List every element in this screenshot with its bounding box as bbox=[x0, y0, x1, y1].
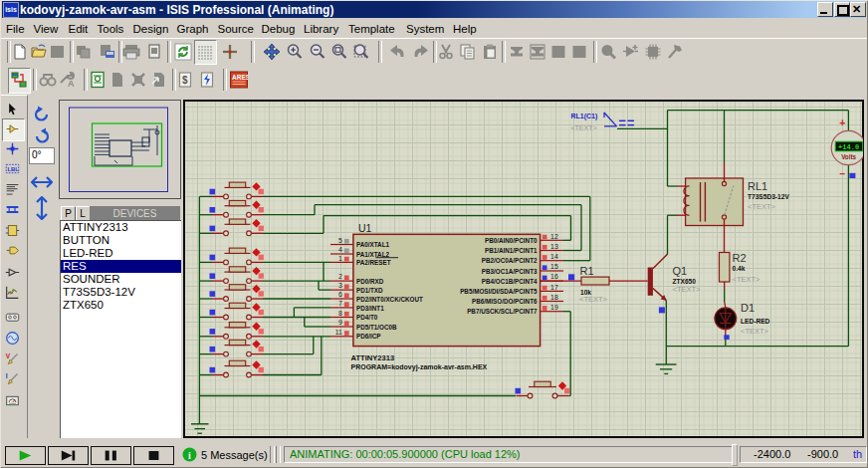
svg-text:D1: D1 bbox=[741, 302, 755, 314]
svg-text:2: 2 bbox=[338, 273, 342, 280]
svg-text:4: 4 bbox=[338, 246, 342, 253]
svg-text:A: A bbox=[68, 79, 75, 89]
svg-text:PD4/T0: PD4/T0 bbox=[356, 314, 378, 321]
svg-text:0.4k: 0.4k bbox=[733, 265, 746, 272]
svg-text:Q1: Q1 bbox=[673, 265, 688, 277]
svg-text:LED-RED: LED-RED bbox=[741, 318, 770, 325]
svg-text:6: 6 bbox=[338, 291, 342, 298]
svg-text:LBL: LBL bbox=[8, 166, 20, 172]
svg-text:<TEXT>: <TEXT> bbox=[748, 202, 776, 211]
svg-text:<TEXT>: <TEXT> bbox=[733, 275, 761, 284]
svg-text:7: 7 bbox=[338, 300, 342, 307]
svg-text:PD3/INT1: PD3/INT1 bbox=[356, 305, 384, 312]
svg-text:PROGRAM=kodovyj-zamok-avr-asm.: PROGRAM=kodovyj-zamok-avr-asm.HEX bbox=[351, 363, 488, 371]
svg-text:ATTINY2313: ATTINY2313 bbox=[351, 353, 395, 362]
svg-text:12: 12 bbox=[550, 233, 558, 240]
svg-text:ZTX650: ZTX650 bbox=[673, 278, 697, 285]
svg-text:RL1: RL1 bbox=[748, 180, 767, 192]
svg-text:14: 14 bbox=[550, 253, 558, 260]
svg-text:+: + bbox=[839, 117, 845, 128]
svg-text:13: 13 bbox=[550, 243, 558, 250]
svg-text:U1: U1 bbox=[358, 222, 372, 234]
svg-text:R1: R1 bbox=[580, 265, 594, 277]
svg-text:RL1(C1): RL1(C1) bbox=[571, 113, 598, 120]
svg-text:9: 9 bbox=[338, 319, 342, 326]
svg-text:17: 17 bbox=[550, 284, 558, 291]
svg-text:PA2/RESET: PA2/RESET bbox=[356, 259, 391, 266]
svg-text:I: I bbox=[6, 372, 8, 379]
svg-text:<TEXT>: <TEXT> bbox=[673, 285, 702, 294]
svg-text:PD2/INT0/XCK/CKOUT: PD2/INT0/XCK/CKOUT bbox=[356, 296, 423, 303]
svg-text:PB4/OC1B/PCINT4: PB4/OC1B/PCINT4 bbox=[482, 278, 538, 285]
svg-text:PB2/OC0A/PCINT2: PB2/OC0A/PCINT2 bbox=[482, 257, 538, 264]
svg-text:PA0/XTAL1: PA0/XTAL1 bbox=[356, 241, 390, 248]
svg-text:16: 16 bbox=[550, 273, 558, 280]
svg-text:R2: R2 bbox=[733, 252, 747, 264]
svg-text:8: 8 bbox=[338, 310, 342, 317]
svg-text:PD1/TXD: PD1/TXD bbox=[356, 287, 383, 294]
svg-text:PD0/RXD: PD0/RXD bbox=[356, 278, 384, 285]
svg-text:<TEXT>: <TEXT> bbox=[579, 295, 608, 304]
svg-text:<TEXT>: <TEXT> bbox=[741, 327, 769, 336]
svg-text:+14.0: +14.0 bbox=[838, 143, 859, 151]
svg-text:5: 5 bbox=[338, 237, 342, 244]
svg-text:3: 3 bbox=[338, 282, 342, 289]
svg-text:15: 15 bbox=[550, 263, 558, 270]
svg-text:Volts: Volts bbox=[841, 153, 856, 160]
svg-text:PD6/ICP: PD6/ICP bbox=[356, 333, 381, 340]
svg-text:19: 19 bbox=[550, 304, 558, 311]
svg-text:PB6/MISO/DO/PCINT6: PB6/MISO/DO/PCINT6 bbox=[472, 298, 538, 305]
svg-text:<TEXT>: <TEXT> bbox=[571, 124, 597, 131]
svg-text:−: − bbox=[840, 168, 846, 179]
svg-text:11: 11 bbox=[335, 329, 342, 336]
svg-text:PB1/AIN1/PCINT1: PB1/AIN1/PCINT1 bbox=[485, 247, 538, 254]
svg-text:$: $ bbox=[182, 75, 188, 86]
svg-text:PB5/MOSI/DI/SDA/PCINT5: PB5/MOSI/DI/SDA/PCINT5 bbox=[460, 288, 538, 295]
svg-text:ARES: ARES bbox=[232, 74, 248, 81]
svg-text:PB7/USCK/SCL/PCINT7: PB7/USCK/SCL/PCINT7 bbox=[467, 308, 538, 315]
svg-text:PB3/OC1A/PCINT3: PB3/OC1A/PCINT3 bbox=[482, 268, 538, 275]
svg-text:V: V bbox=[6, 352, 11, 359]
svg-text:18: 18 bbox=[550, 294, 558, 301]
svg-text:i: i bbox=[188, 450, 191, 461]
svg-text:PA1/XTAL2: PA1/XTAL2 bbox=[356, 251, 390, 258]
svg-text:PD5/T1/OC0B: PD5/T1/OC0B bbox=[356, 324, 397, 331]
svg-text:1: 1 bbox=[338, 255, 342, 262]
svg-text:PB0/AIN0/PCINT0: PB0/AIN0/PCINT0 bbox=[485, 237, 538, 244]
svg-text:T73S5D3-12V: T73S5D3-12V bbox=[748, 193, 789, 200]
